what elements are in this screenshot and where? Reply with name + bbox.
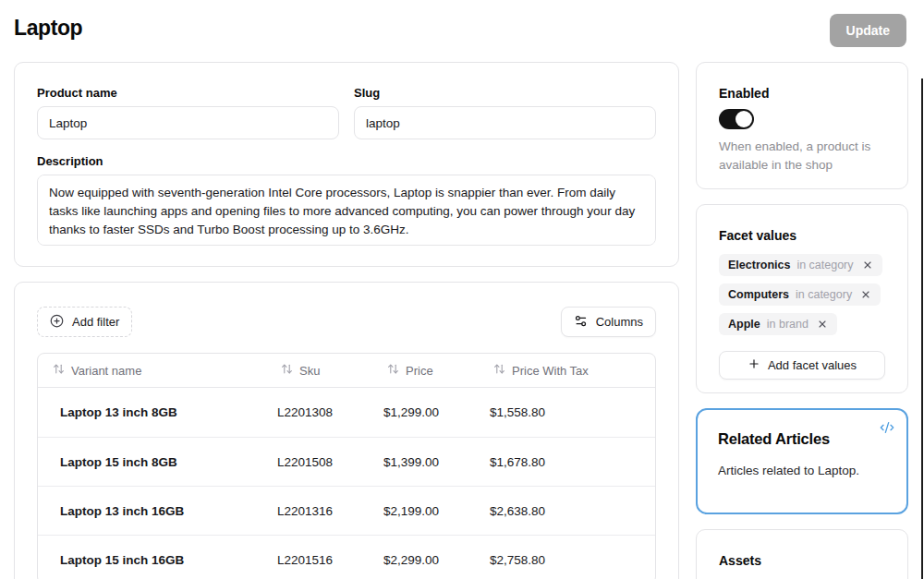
enabled-toggle[interactable] (719, 109, 754, 129)
variants-table: Variant name Sku (37, 353, 656, 579)
sku-cell: L2201508 (255, 437, 361, 486)
sliders-icon (574, 314, 588, 331)
price-with-tax-cell: $1,678.80 (468, 437, 655, 486)
slug-input[interactable] (354, 106, 656, 139)
sort-icon (53, 363, 65, 378)
related-articles-title: Related Articles (718, 430, 886, 448)
scrollbar-thumb[interactable] (921, 78, 923, 579)
table-row[interactable]: Laptop 13 inch 8GB L2201308 $1,299.00 $1… (38, 388, 655, 437)
product-detail-page: Laptop Update Product name Slug Descript… (0, 0, 924, 579)
plus-icon (748, 357, 760, 373)
enabled-card: Enabled When enabled, a product is avail… (696, 62, 908, 189)
sort-icon (387, 363, 399, 378)
page-title: Laptop (14, 16, 82, 41)
facet-chip: Electronics in category (719, 254, 882, 276)
sku-cell: L2201516 (255, 535, 361, 579)
main-column: Product name Slug Description Now equipp… (14, 62, 679, 579)
price-cell: $2,299.00 (361, 535, 468, 579)
add-facet-values-button[interactable]: Add facet values (719, 351, 885, 380)
remove-facet-icon[interactable] (860, 289, 871, 300)
slug-label: Slug (354, 86, 656, 100)
sku-cell: L2201316 (255, 486, 361, 535)
update-button[interactable]: Update (830, 14, 906, 47)
column-header-sku[interactable]: Sku (255, 354, 361, 388)
sort-icon (493, 363, 505, 378)
facet-values-card: Facet values Electronics in category Com… (696, 204, 908, 393)
column-header-variant-name[interactable]: Variant name (38, 354, 255, 388)
variant-name-cell[interactable]: Laptop 15 inch 16GB (38, 535, 255, 579)
price-with-tax-cell: $1,558.80 (468, 388, 655, 437)
facet-values-title: Facet values (719, 228, 885, 243)
price-with-tax-cell: $2,638.80 (468, 486, 655, 535)
table-row[interactable]: Laptop 15 inch 16GB L2201516 $2,299.00 $… (38, 535, 655, 579)
product-form-card: Product name Slug Description Now equipp… (14, 62, 679, 267)
related-articles-card[interactable]: Related Articles Articles related to Lap… (696, 408, 908, 514)
sort-icon (281, 363, 293, 378)
description-label: Description (37, 154, 656, 168)
facet-chip: Apple in brand (719, 313, 837, 335)
plus-circle-icon (50, 314, 64, 331)
sku-cell: L2201308 (255, 388, 361, 437)
product-name-input[interactable] (37, 106, 339, 139)
variant-name-cell[interactable]: Laptop 15 inch 8GB (38, 437, 255, 486)
add-filter-label: Add filter (72, 315, 119, 329)
column-header-price[interactable]: Price (361, 354, 468, 388)
related-articles-body: Articles related to Laptop. (718, 464, 886, 477)
column-header-price-with-tax[interactable]: Price With Tax (468, 354, 655, 388)
table-toolbar: Add filter Columns (37, 307, 656, 337)
price-cell: $1,299.00 (361, 388, 468, 437)
columns-label: Columns (596, 315, 643, 329)
columns-button[interactable]: Columns (561, 307, 656, 337)
price-with-tax-cell: $2,758.80 (468, 535, 655, 579)
add-filter-button[interactable]: Add filter (37, 307, 132, 337)
enabled-helper-text: When enabled, a product is available in … (719, 138, 885, 175)
code-icon (880, 420, 894, 439)
remove-facet-icon[interactable] (862, 259, 873, 271)
table-row[interactable]: Laptop 13 inch 16GB L2201316 $2,199.00 $… (38, 486, 655, 535)
table-row[interactable]: Laptop 15 inch 8GB L2201508 $1,399.00 $1… (38, 437, 655, 486)
variant-name-cell[interactable]: Laptop 13 inch 16GB (38, 486, 255, 535)
variants-card: Add filter Columns (14, 282, 679, 579)
enabled-title: Enabled (719, 86, 885, 101)
product-name-label: Product name (37, 86, 339, 100)
toggle-knob (736, 111, 752, 127)
sidebar: Enabled When enabled, a product is avail… (696, 62, 908, 579)
remove-facet-icon[interactable] (817, 319, 828, 330)
description-input[interactable]: Now equipped with seventh-generation Int… (37, 175, 656, 246)
assets-title: Assets (719, 553, 885, 568)
price-cell: $2,199.00 (361, 486, 468, 535)
variant-name-cell[interactable]: Laptop 13 inch 8GB (38, 388, 255, 437)
assets-card: Assets (696, 529, 908, 579)
table-header-row: Variant name Sku (38, 354, 655, 388)
facet-chip: Computers in category (719, 283, 881, 306)
price-cell: $1,399.00 (361, 437, 468, 486)
